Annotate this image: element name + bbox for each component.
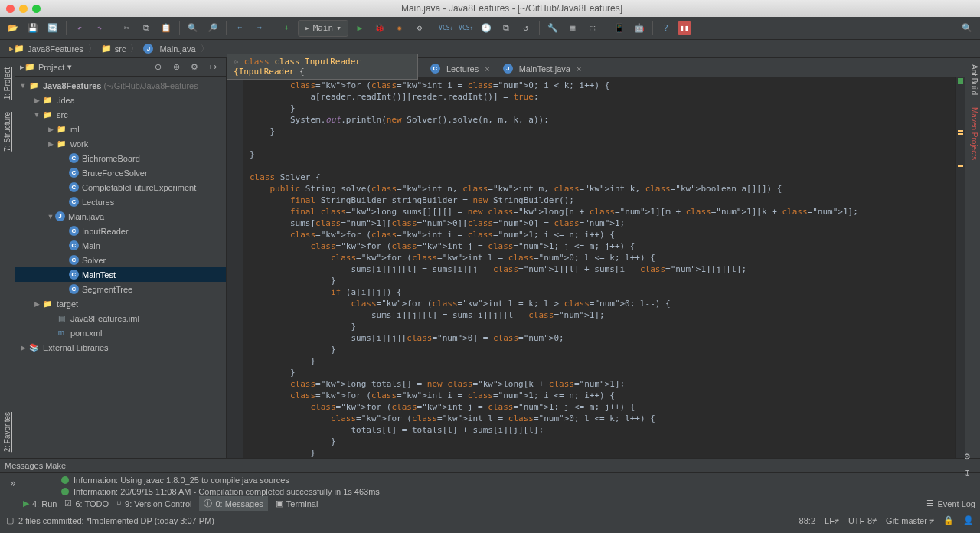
cut-icon[interactable]: ✂ [118, 20, 135, 37]
lock-icon[interactable]: 🔒 [943, 515, 954, 525]
tree-class[interactable]: CBichromeBoard [15, 151, 226, 165]
redo-icon[interactable]: ↷ [91, 20, 108, 37]
titlebar: Main.java - Java8Features - [~/GitHub/Ja… [0, 0, 980, 17]
paste-icon[interactable]: 📋 [158, 20, 175, 37]
minimize-window[interactable] [19, 5, 28, 13]
breadcrumb-file[interactable]: JMain.java [139, 44, 200, 54]
tab-lectures[interactable]: CLectures× [424, 60, 496, 77]
line-separator[interactable]: LF≠ [825, 516, 839, 525]
gear-icon[interactable]: ⚙ [186, 59, 203, 76]
project-tool-tab[interactable]: 1: Project [2, 61, 13, 106]
vcs-history-icon[interactable]: 🕘 [478, 20, 495, 37]
structure-tool-tab[interactable]: 7: Structure [2, 106, 13, 158]
tree-external[interactable]: ▶📚External Libraries [15, 340, 226, 355]
tree-pom[interactable]: mpom.xml [15, 325, 226, 340]
tree-idea[interactable]: ▶📁.idea [15, 93, 226, 107]
breadcrumb-nav-popup[interactable]: ⟐ class class InputReader {InputReader { [227, 54, 418, 80]
zoom-window[interactable] [32, 5, 41, 13]
close-window[interactable] [6, 5, 15, 13]
editor-gutter[interactable] [227, 77, 243, 458]
tree-inner-class[interactable]: CInputReader [15, 224, 226, 238]
hide-icon[interactable]: ↦ [204, 59, 221, 76]
window-title: Main.java - Java8Features - [~/GitHub/Ja… [50, 3, 974, 14]
tree-inner-class[interactable]: CMain [15, 238, 226, 253]
vcs-commit-icon[interactable]: VCS↑ [458, 20, 475, 37]
collapse-icon[interactable]: ⊕ [149, 59, 166, 76]
ant-tool-tab[interactable]: Ant Build [965, 58, 980, 101]
tree-src[interactable]: ▼📁src [15, 107, 226, 122]
settings-icon[interactable]: 🔧 [544, 20, 561, 37]
code-editor[interactable]: class="kw">for (class="kw">int i = class… [243, 77, 956, 458]
find-icon[interactable]: 🔍 [185, 20, 201, 37]
todo-tab[interactable]: ☑6: TODO [64, 499, 109, 508]
copy-icon[interactable]: ⧉ [138, 20, 155, 37]
error-stripe[interactable] [956, 77, 965, 458]
forward-icon[interactable]: ➡ [251, 20, 268, 37]
sidebar-title[interactable]: ▸📁Project▾ [20, 62, 149, 72]
save-icon[interactable]: 💾 [24, 20, 41, 37]
maven-tool-tab[interactable]: Maven Projects [965, 101, 980, 166]
tree-work[interactable]: ▶📁work [15, 136, 226, 151]
close-tab-icon[interactable]: × [485, 64, 489, 74]
right-tool-strip: Ant Build Maven Projects [965, 58, 980, 458]
back-icon[interactable]: ⬅ [231, 20, 248, 37]
stop-icon[interactable]: ▮▮ [678, 21, 691, 35]
message-line[interactable]: Information: 20/09/15 11:08 AM - Compila… [61, 486, 975, 497]
target-icon[interactable]: ⊛ [168, 59, 185, 76]
tree-inner-class[interactable]: CSolver [15, 253, 226, 267]
open-icon[interactable]: 📂 [5, 20, 21, 37]
run-config-selector[interactable]: ▸ Main ▾ [298, 20, 348, 37]
status-message: 2 files committed: *Implemented DP (toda… [18, 516, 214, 525]
window-controls [6, 5, 41, 13]
tree-ml[interactable]: ▶📁ml [15, 122, 226, 136]
vcs-update-icon[interactable]: VCS↓ [438, 20, 455, 37]
breadcrumb-src[interactable]: 📁src [96, 44, 131, 54]
expand-icon[interactable]: » [5, 474, 21, 491]
messages-tab[interactable]: ⓘ0: Messages [199, 496, 267, 511]
sync-icon[interactable]: 🔄 [44, 20, 61, 37]
tree-class[interactable]: CLectures [15, 195, 226, 209]
info-icon [61, 476, 69, 484]
android-icon[interactable]: 🤖 [631, 20, 648, 37]
file-encoding[interactable]: UTF-8≠ [848, 516, 877, 525]
favorites-tool-tab[interactable]: 2: Favorites [2, 406, 13, 458]
main-toolbar: 📂 💾 🔄 ↶ ↷ ✂ ⧉ 📋 🔍 🔎 ⬅ ➡ ⬇ ▸ Main ▾ ▶ 🐞 ✹… [0, 17, 980, 40]
project-structure-icon[interactable]: ▦ [564, 20, 581, 37]
search-everywhere-icon[interactable]: 🔍 [959, 20, 975, 37]
tab-maintest[interactable]: JMainTest.java× [497, 60, 588, 77]
git-branch[interactable]: Git: master ≠ [886, 516, 934, 525]
tree-iml[interactable]: ▤Java8Features.iml [15, 311, 226, 325]
cursor-position[interactable]: 88:2 [799, 516, 815, 525]
profile-icon[interactable]: ⚙ [411, 20, 428, 37]
dropdown-arrow-icon: ▾ [336, 23, 341, 33]
run-icon[interactable]: ▶ [351, 20, 368, 37]
vcs-diff-icon[interactable]: ⧉ [498, 20, 514, 37]
hector-icon[interactable]: 👤 [963, 515, 974, 525]
tree-class[interactable]: CBruteForceSolver [15, 165, 226, 180]
message-line[interactable]: Information: Using javac 1.8.0_25 to com… [61, 474, 975, 486]
avd-icon[interactable]: 📱 [611, 20, 628, 37]
tree-maintest[interactable]: CMainTest [15, 267, 226, 282]
event-log-tab[interactable]: ☰Event Log [926, 499, 975, 508]
tree-mainjava[interactable]: ▼JMain.java [15, 209, 226, 224]
terminal-tab[interactable]: ▣Terminal [276, 499, 318, 508]
coverage-icon[interactable]: ✹ [391, 20, 408, 37]
run-tab[interactable]: ▶4: Run [23, 499, 57, 508]
tree-segtree[interactable]: CSegmentTree [15, 282, 226, 296]
help-icon[interactable]: ? [658, 20, 675, 37]
breadcrumb-root[interactable]: ▸📁Java8Features [5, 44, 88, 54]
code-area[interactable]: class="kw">for (class="kw">int i = class… [227, 77, 965, 458]
tree-target[interactable]: ▶📁target [15, 296, 226, 311]
build-icon[interactable]: ⬇ [278, 20, 295, 37]
undo-icon[interactable]: ↶ [71, 20, 88, 37]
tree-root[interactable]: ▼📁Java8Features (~/GitHub/Java8Features [15, 78, 226, 93]
project-tree[interactable]: ▼📁Java8Features (~/GitHub/Java8Features … [15, 77, 226, 458]
debug-icon[interactable]: 🐞 [371, 20, 388, 37]
tree-class[interactable]: CCompletableFutureExperiment [15, 180, 226, 195]
vcs-revert-icon[interactable]: ↺ [518, 20, 534, 37]
toggle-tools-icon[interactable]: ▢ [6, 515, 14, 525]
sdk-icon[interactable]: ⬚ [584, 20, 601, 37]
close-tab-icon[interactable]: × [577, 64, 581, 74]
replace-icon[interactable]: 🔎 [204, 20, 221, 37]
vcs-tab[interactable]: ⑂9: Version Control [116, 499, 191, 508]
